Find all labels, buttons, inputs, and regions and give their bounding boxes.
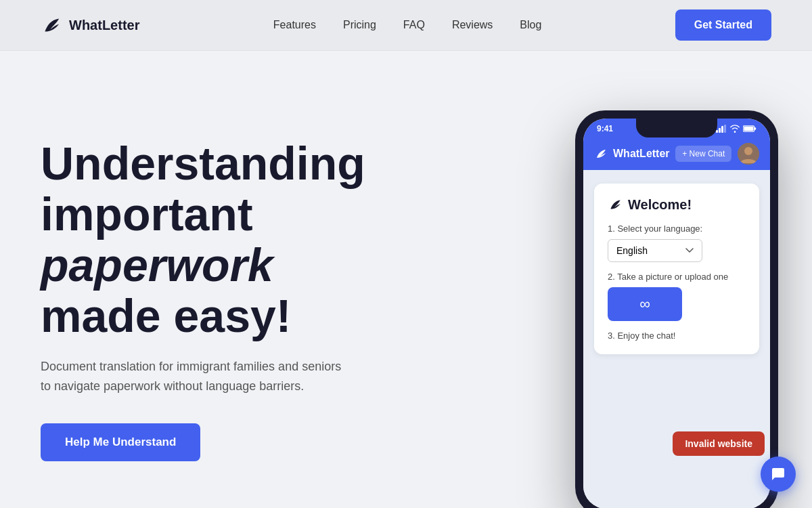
- infinity-icon: ∞: [639, 295, 650, 313]
- logo[interactable]: WhatLetter: [41, 14, 139, 36]
- svg-rect-2: [721, 126, 723, 133]
- hero-subtext: Document translation for immigrant famil…: [41, 357, 460, 396]
- heading-line3: made easy!: [41, 290, 291, 341]
- invalid-website-toast: Invalid website: [673, 431, 765, 456]
- svg-rect-6: [744, 127, 753, 131]
- app-title: WhatLetter: [613, 148, 670, 160]
- logo-text: WhatLetter: [69, 18, 139, 33]
- battery-icon: [743, 125, 757, 133]
- subtext-line2: to navigate paperwork without language b…: [41, 379, 304, 393]
- upload-button[interactable]: ∞: [608, 287, 682, 321]
- nav-item-faq[interactable]: FAQ: [403, 19, 425, 31]
- language-value: English: [616, 245, 648, 256]
- subtext-line1: Document translation for immigrant famil…: [41, 360, 341, 373]
- welcome-title: Welcome!: [608, 197, 746, 213]
- welcome-card: Welcome! 1. Select your language: Englis…: [594, 184, 759, 354]
- hero-text-block: Understanding important paperwork made e…: [41, 138, 460, 461]
- nav-item-pricing[interactable]: Pricing: [343, 19, 376, 31]
- step3-label: 3. Enjoy the chat!: [608, 331, 746, 341]
- hero-section: Understanding important paperwork made e…: [0, 51, 812, 508]
- language-select[interactable]: English: [608, 239, 702, 262]
- new-chat-button[interactable]: + New Chat: [675, 146, 731, 162]
- phone-mockup: 9:41: [575, 110, 778, 509]
- phone-notch: [636, 119, 717, 137]
- nav-links: Features Pricing FAQ Reviews Blog: [273, 19, 542, 31]
- get-started-button[interactable]: Get Started: [675, 9, 771, 41]
- chevron-down-icon: [685, 248, 694, 253]
- user-avatar: [738, 143, 759, 165]
- chat-fab-button[interactable]: [761, 457, 796, 492]
- app-bar: WhatLetter + New Chat: [583, 137, 770, 170]
- nav-item-blog[interactable]: Blog: [520, 19, 541, 31]
- navbar: WhatLetter Features Pricing FAQ Reviews …: [0, 0, 812, 51]
- svg-rect-3: [724, 125, 726, 133]
- svg-point-8: [744, 147, 752, 155]
- signal-icon: [716, 125, 727, 133]
- app-logo-icon: [594, 147, 608, 161]
- phone-time: 9:41: [597, 124, 613, 133]
- step1-label: 1. Select your language:: [608, 224, 746, 234]
- heading-line1: Understanding: [41, 137, 365, 189]
- logo-icon: [41, 14, 62, 36]
- step2-label: 2. Take a picture or upload one: [608, 272, 746, 282]
- chat-icon: [770, 466, 786, 482]
- svg-rect-0: [716, 130, 718, 133]
- help-me-understand-button[interactable]: Help Me Understand: [41, 423, 200, 461]
- wifi-icon: [729, 125, 740, 133]
- phone-content: Welcome! 1. Select your language: Englis…: [583, 170, 770, 509]
- heading-line2-normal: important: [41, 188, 253, 240]
- heading-line2-italic: paperwork: [41, 239, 273, 291]
- app-bar-logo: WhatLetter: [594, 147, 670, 161]
- hero-heading: Understanding important paperwork made e…: [41, 138, 460, 341]
- welcome-logo-icon: [608, 197, 623, 212]
- nav-item-reviews[interactable]: Reviews: [452, 19, 493, 31]
- svg-rect-1: [719, 128, 721, 133]
- svg-rect-5: [754, 127, 757, 129]
- status-icons: [716, 125, 757, 133]
- nav-item-features[interactable]: Features: [273, 19, 316, 31]
